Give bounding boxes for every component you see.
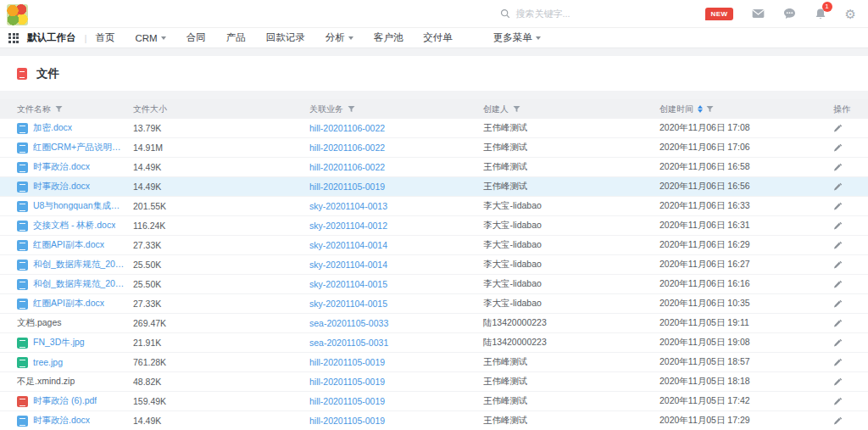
edit-button[interactable] [833, 299, 843, 309]
search-input[interactable] [515, 8, 643, 19]
related-business-link[interactable]: hill-20201105-0019 [309, 396, 483, 406]
created-time: 2020年11月06日 17:08 [659, 122, 826, 134]
related-business-link[interactable]: sky-20201104-0013 [309, 201, 483, 211]
file-name[interactable]: 时事政治.docx [33, 181, 90, 193]
nav-item-0[interactable]: 首页 [96, 31, 115, 44]
related-business-link[interactable]: hill-20201106-0022 [309, 142, 483, 153]
related-business-link[interactable]: sky-20201104-0015 [309, 299, 483, 309]
table-row[interactable]: 不足.xmind.zip 48.82K hill-20201105-0019 王… [0, 372, 868, 392]
related-business-link[interactable]: hill-20201105-0019 [309, 181, 483, 192]
edit-button[interactable] [833, 416, 843, 426]
apps-grid-icon[interactable] [8, 33, 19, 43]
table-row[interactable]: 时事政治.docx 14.49K hill-20201105-0019 王伟峰测… [0, 411, 868, 430]
table-row[interactable]: 红圈CRM+产品说明201901_前端... 14.91M hill-20201… [0, 138, 868, 158]
table-row[interactable]: 红圈API副本.docx 27.33K sky-20201104-0015 李大… [0, 294, 868, 314]
nav-item-6[interactable]: 客户池 [374, 31, 403, 44]
file-name[interactable]: 和创_数据库规范_20171124.doc [33, 259, 125, 271]
related-business-link[interactable]: sea-20201105-0031 [309, 338, 483, 348]
table-row[interactable]: tree.jpg 761.28K hill-20201105-0019 王伟峰测… [0, 353, 868, 372]
app-logo[interactable] [7, 4, 28, 25]
created-time: 2020年11月06日 16:33 [659, 200, 826, 212]
nav-item-1[interactable]: CRM [136, 33, 166, 43]
filter-icon[interactable] [706, 105, 714, 113]
table-row[interactable]: 红圈API副本.docx 27.33K sky-20201104-0014 李大… [0, 236, 868, 255]
nav-item-4[interactable]: 回款记录 [266, 31, 305, 44]
related-business-link[interactable]: hill-20201105-0019 [309, 416, 483, 426]
table-row[interactable]: 时事政治 (6).pdf 159.49K hill-20201105-0019 … [0, 392, 868, 411]
file-name[interactable]: 红圈API副本.docx [33, 298, 104, 310]
creator: 李大宝-lidabao [483, 239, 659, 251]
edit-button[interactable] [833, 241, 843, 250]
edit-button[interactable] [833, 202, 843, 211]
docx-file-icon [17, 240, 28, 251]
notification-bell-icon[interactable]: 1 [815, 8, 826, 20]
edit-button[interactable] [833, 260, 843, 270]
table-row[interactable]: 交接文档 - 林桥.docx 116.24K sky-20201104-0012… [0, 216, 868, 236]
new-badge[interactable]: NEW [705, 8, 732, 20]
settings-gear-icon[interactable]: ⚙ [845, 8, 856, 20]
edit-button[interactable] [833, 124, 843, 133]
related-business-link[interactable]: sky-20201104-0012 [309, 221, 483, 231]
edit-button[interactable] [833, 358, 843, 367]
edit-button[interactable] [833, 319, 843, 328]
nav-item-label: 首页 [96, 31, 115, 44]
file-size: 13.79K [133, 123, 309, 133]
file-name[interactable]: 加密.docx [33, 122, 72, 134]
edit-button[interactable] [833, 280, 843, 289]
table-row[interactable]: FN_3D牛.jpg 21.91K sea-20201105-0031 陆134… [0, 333, 868, 353]
file-name[interactable]: tree.jpg [33, 357, 63, 367]
file-name[interactable]: 交接文档 - 林桥.docx [33, 220, 115, 232]
docx-file-icon [17, 221, 28, 232]
nav-item-label: 产品 [226, 31, 246, 44]
creator: 王伟峰测试 [483, 415, 659, 427]
file-name[interactable]: 时事政治.docx [33, 161, 90, 173]
main-nav: 默认工作台 | 首页 CRM 合同 产品 回款记录 分析 客户池 交付单 更多菜… [0, 28, 868, 48]
edit-button[interactable] [833, 338, 843, 348]
docx-file-icon [17, 142, 28, 154]
edit-button[interactable] [833, 221, 843, 231]
related-business-link[interactable]: hill-20201106-0022 [309, 123, 483, 133]
table-row[interactable]: 文档.pages 269.47K sea-20201105-0033 陆1342… [0, 314, 868, 333]
related-business-link[interactable]: hill-20201106-0022 [309, 162, 483, 172]
edit-button[interactable] [833, 377, 843, 387]
related-business-link[interactable]: sea-20201105-0033 [309, 318, 483, 328]
edit-button[interactable] [833, 143, 843, 153]
table-row[interactable]: 和创_数据库规范_20171124.doc 25.50K sky-2020110… [0, 275, 868, 294]
related-business-link[interactable]: sky-20201104-0015 [309, 279, 483, 289]
related-business-link[interactable]: hill-20201105-0019 [309, 357, 483, 367]
related-business-link[interactable]: hill-20201105-0019 [309, 377, 483, 387]
edit-button[interactable] [833, 163, 843, 172]
edit-button[interactable] [833, 397, 843, 406]
related-business-link[interactable]: sky-20201104-0014 [309, 240, 483, 250]
table-row[interactable]: 和创_数据库规范_20171124.doc 25.50K sky-2020110… [0, 255, 868, 275]
nav-item-8[interactable]: 更多菜单 [493, 31, 541, 44]
nav-item-2[interactable]: 合同 [186, 31, 206, 44]
file-name[interactable]: U8与hongquan集成方案.docx [33, 200, 125, 212]
nav-item-7[interactable]: 交付单 [423, 31, 453, 44]
nav-item-3[interactable]: 产品 [226, 31, 246, 44]
table-row[interactable]: 时事政治.docx 14.49K hill-20201105-0019 王伟峰测… [0, 177, 868, 197]
table-row[interactable]: 加密.docx 13.79K hill-20201106-0022 王伟峰测试 … [0, 119, 868, 138]
related-business-link[interactable]: sky-20201104-0014 [309, 260, 483, 270]
workspace-switcher[interactable]: 默认工作台 [27, 31, 76, 44]
file-name[interactable]: 和创_数据库规范_20171124.doc [33, 278, 125, 290]
sort-icon[interactable] [698, 105, 703, 113]
chat-icon[interactable] [783, 8, 796, 20]
file-name: 文档.pages [17, 317, 62, 329]
edit-button[interactable] [833, 182, 843, 192]
file-name[interactable]: 时事政治.docx [33, 415, 90, 427]
table-row[interactable]: U8与hongquan集成方案.docx 201.55K sky-2020110… [0, 197, 868, 216]
file-size: 201.55K [133, 201, 309, 211]
nav-item-5[interactable]: 分析 [326, 31, 353, 44]
file-name[interactable]: FN_3D牛.jpg [33, 337, 85, 349]
filter-icon[interactable] [513, 105, 520, 113]
mail-icon[interactable] [752, 8, 765, 19]
filter-icon[interactable] [348, 105, 355, 113]
filter-icon[interactable] [55, 105, 63, 113]
table-row[interactable]: 时事政治.docx 14.49K hill-20201106-0022 王伟峰测… [0, 158, 868, 177]
chevron-down-icon [161, 36, 166, 40]
file-name[interactable]: 红圈API副本.docx [33, 239, 104, 251]
file-name[interactable]: 红圈CRM+产品说明201901_前端... [33, 142, 125, 154]
creator: 王伟峰测试 [483, 376, 659, 388]
file-name[interactable]: 时事政治 (6).pdf [33, 395, 97, 407]
